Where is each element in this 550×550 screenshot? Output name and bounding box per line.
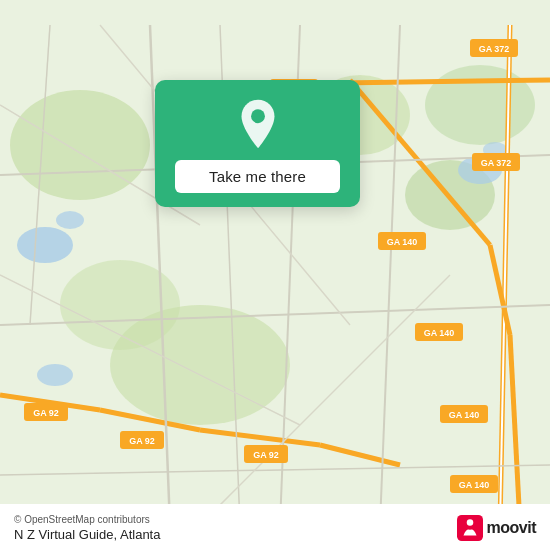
- svg-point-56: [466, 519, 473, 526]
- location-pin-icon: [232, 98, 284, 150]
- bottom-bar: © OpenStreetMap contributors N Z Virtual…: [0, 504, 550, 550]
- svg-text:GA 92: GA 92: [129, 436, 155, 446]
- moovit-text: moovit: [487, 519, 536, 537]
- location-card: Take me there: [155, 80, 360, 207]
- svg-point-1: [10, 90, 150, 200]
- svg-text:GA 372: GA 372: [479, 44, 510, 54]
- svg-point-7: [17, 227, 73, 263]
- svg-text:GA 140: GA 140: [387, 237, 418, 247]
- bottom-left: © OpenStreetMap contributors N Z Virtual…: [14, 514, 160, 542]
- moovit-icon: [457, 515, 483, 541]
- svg-point-8: [56, 211, 84, 229]
- svg-point-6: [425, 65, 535, 145]
- svg-text:GA 372: GA 372: [481, 158, 512, 168]
- svg-rect-55: [457, 515, 483, 541]
- moovit-logo: moovit: [457, 515, 536, 541]
- svg-point-11: [37, 364, 73, 386]
- app-name-label: N Z Virtual Guide, Atlanta: [14, 527, 160, 542]
- svg-point-54: [251, 109, 265, 123]
- osm-attribution: © OpenStreetMap contributors: [14, 514, 160, 525]
- take-me-there-button[interactable]: Take me there: [175, 160, 340, 193]
- svg-text:GA 92: GA 92: [253, 450, 279, 460]
- svg-text:GA 140: GA 140: [449, 410, 480, 420]
- svg-text:GA 140: GA 140: [459, 480, 490, 490]
- svg-text:GA 92: GA 92: [33, 408, 59, 418]
- map-container: GA 140 GA 140 GA 140 GA 140 GA 140 GA 37…: [0, 0, 550, 550]
- svg-text:GA 140: GA 140: [424, 328, 455, 338]
